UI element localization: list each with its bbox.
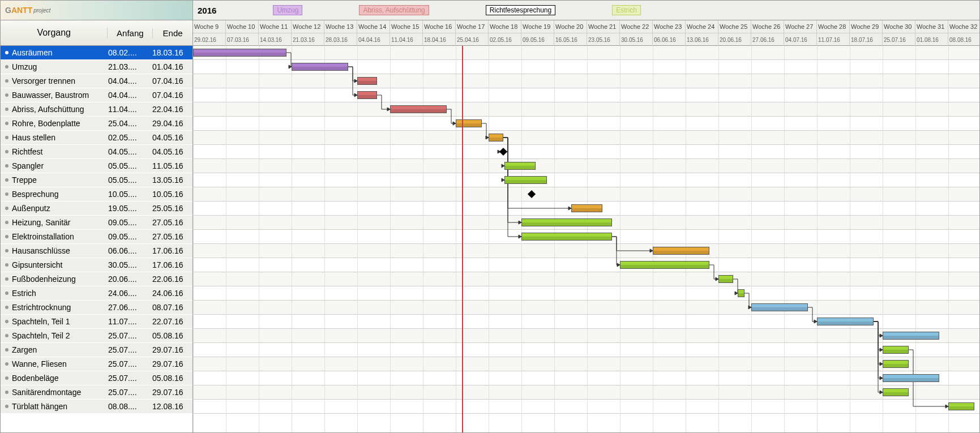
task-name: Besprechung — [12, 190, 108, 199]
gantt-bar[interactable] — [521, 218, 612, 226]
gantt-bar[interactable] — [357, 77, 377, 85]
task-end: 22.04.16 — [152, 105, 192, 114]
bullet-icon — [5, 334, 8, 337]
gantt-bar[interactable] — [883, 346, 909, 354]
task-row[interactable]: Estrichtrocknung27.06....08.07.16 — [1, 301, 192, 315]
gantt-bar[interactable] — [456, 119, 482, 127]
task-row[interactable]: Sanitärendmontage25.07....29.07.16 — [1, 385, 192, 400]
gantt-bar[interactable] — [193, 49, 286, 57]
date-cell: 16.05.16 — [554, 33, 587, 46]
gantt-bar[interactable] — [521, 233, 612, 241]
task-row[interactable]: Zargen25.07....29.07.16 — [1, 343, 192, 357]
gantt-bar[interactable] — [883, 332, 939, 340]
bullet-icon — [5, 136, 8, 139]
week-cell: Woche 21 — [587, 20, 620, 33]
gantt-bar[interactable] — [751, 303, 808, 311]
task-start: 09.05.... — [108, 232, 152, 241]
task-name: Estrich — [12, 289, 108, 298]
gantt-bar[interactable] — [718, 275, 733, 283]
task-row[interactable]: Bauwasser, Baustrom04.04....07.04.16 — [1, 88, 192, 102]
task-name: Estrichtrocknung — [12, 303, 108, 312]
legend-item[interactable]: Richtfestesprechung — [486, 5, 555, 15]
gantt-bar[interactable] — [738, 289, 744, 297]
gantt-bar[interactable] — [504, 176, 547, 184]
task-name: Türblatt hängen — [12, 402, 108, 411]
task-end: 29.07.16 — [152, 345, 192, 354]
task-name: Elektroinstallation — [12, 232, 108, 241]
date-cell: 27.06.16 — [751, 33, 784, 46]
task-row[interactable]: Ausräumen08.02....18.03.16 — [1, 46, 192, 60]
task-row[interactable]: Estrich24.06....24.06.16 — [1, 286, 192, 301]
legend-item[interactable]: Estrich — [612, 5, 641, 15]
task-end: 27.05.16 — [152, 218, 192, 227]
task-name: Gipsuntersicht — [12, 260, 108, 269]
task-end: 11.05.16 — [152, 161, 192, 170]
task-row[interactable]: Umzug21.03....01.04.16 — [1, 60, 192, 74]
chart-body[interactable]: 25.04.16 — [193, 46, 979, 432]
week-cell: Woche 26 — [751, 20, 784, 33]
task-row[interactable]: Türblatt hängen08.08....12.08.16 — [1, 400, 192, 414]
task-row[interactable]: Rohre, Bodenplatte25.04....29.04.16 — [1, 117, 192, 131]
task-row[interactable]: Bodenbeläge25.07....05.08.16 — [1, 371, 192, 385]
task-row[interactable]: Besprechung10.05....10.05.16 — [1, 187, 192, 202]
task-table: Vorgang Anfang Ende Ausräumen08.02....18… — [1, 20, 193, 432]
task-name: Heizung, Sanitär — [12, 218, 108, 227]
bullet-icon — [5, 51, 8, 54]
task-list[interactable]: Ausräumen08.02....18.03.16Umzug21.03....… — [1, 46, 192, 432]
task-table-header: Vorgang Anfang Ende — [1, 20, 192, 46]
gantt-chart[interactable]: Woche 9Woche 10Woche 11Woche 12Woche 13W… — [193, 20, 979, 432]
task-row[interactable]: Heizung, Sanitär09.05....27.05.16 — [1, 216, 192, 230]
gantt-bar[interactable] — [817, 318, 874, 325]
bullet-icon — [5, 122, 8, 125]
gantt-bar[interactable] — [620, 261, 709, 269]
date-cell: 02.05.16 — [489, 33, 521, 46]
gantt-bar[interactable] — [883, 374, 939, 382]
legend-item[interactable]: Umzug — [273, 5, 302, 15]
task-start: 27.06.... — [108, 303, 152, 312]
gantt-bar[interactable] — [504, 162, 536, 170]
task-start: 25.07.... — [108, 359, 152, 368]
task-row[interactable]: Elektroinstallation09.05....27.05.16 — [1, 230, 192, 244]
task-name: Bodenbeläge — [12, 374, 108, 383]
logo-area: GANTT project — [1, 1, 193, 20]
gantt-bar[interactable] — [571, 204, 602, 212]
task-row[interactable]: Wanne, Fliesen25.07....29.07.16 — [1, 357, 192, 371]
gantt-bar[interactable] — [653, 247, 709, 255]
task-row[interactable]: Abriss, Aufschüttung11.04....22.04.16 — [1, 102, 192, 117]
date-cell: 08.08.16 — [948, 33, 979, 46]
col-start[interactable]: Anfang — [108, 28, 153, 38]
bullet-icon — [5, 405, 8, 408]
week-cell: Woche 18 — [489, 20, 521, 33]
task-end: 01.04.16 — [152, 62, 192, 71]
task-row[interactable]: Hausanschlüsse06.06....17.06.16 — [1, 244, 192, 258]
logo: GANTT — [5, 6, 32, 15]
week-cell: Woche 19 — [521, 20, 554, 33]
task-row[interactable]: Richtfest04.05....04.05.16 — [1, 145, 192, 159]
gantt-bar[interactable] — [292, 63, 348, 71]
task-row[interactable]: Treppe05.05....13.05.16 — [1, 173, 192, 187]
gantt-bar[interactable] — [883, 388, 909, 396]
gantt-bar[interactable] — [390, 105, 447, 113]
gantt-bar[interactable] — [948, 402, 974, 410]
gantt-bar[interactable] — [883, 360, 909, 368]
task-row[interactable]: Außenputz19.05....25.05.16 — [1, 202, 192, 216]
task-row[interactable]: Haus stellen02.05....04.05.16 — [1, 131, 192, 145]
date-cell: 29.02.16 — [193, 33, 226, 46]
task-row[interactable]: Spachteln, Teil 111.07....22.07.16 — [1, 315, 192, 329]
gantt-bar[interactable] — [357, 91, 377, 99]
gantt-bar[interactable] — [489, 134, 503, 142]
task-row[interactable]: Spangler05.05....11.05.16 — [1, 159, 192, 173]
task-row[interactable]: Versorger trennen04.04....07.04.16 — [1, 74, 192, 88]
task-start: 04.04.... — [108, 91, 152, 100]
task-row[interactable]: Fußbodenheizung20.06....22.06.16 — [1, 272, 192, 286]
bullet-icon — [5, 291, 8, 295]
col-end[interactable]: Ende — [153, 28, 192, 38]
bullet-icon — [5, 150, 8, 153]
legend-item[interactable]: Abriss, Aufschüttung — [359, 5, 429, 15]
task-row[interactable]: Gipsuntersicht30.05....17.06.16 — [1, 258, 192, 272]
task-end: 13.05.16 — [152, 175, 192, 185]
task-name: Sanitärendmontage — [12, 388, 108, 397]
gantt-app: GANTT project 2016 UmzugAbriss, Aufschüt… — [0, 0, 980, 433]
col-task[interactable]: Vorgang — [1, 28, 108, 38]
task-row[interactable]: Spachteln, Teil 225.07....05.08.16 — [1, 329, 192, 343]
